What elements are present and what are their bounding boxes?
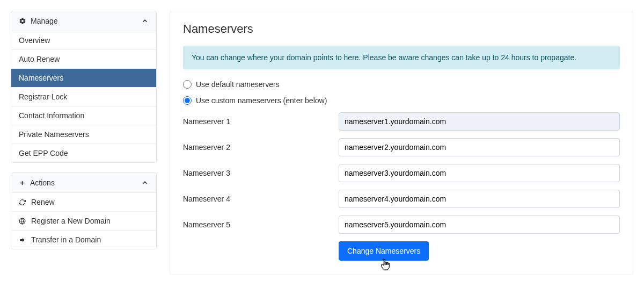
sidebar-item-register-domain[interactable]: Register a New Domain (11, 211, 156, 230)
sidebar-item-auto-renew[interactable]: Auto Renew (11, 49, 156, 68)
sidebar-item-label: Registrar Lock (19, 92, 67, 101)
actions-header[interactable]: Actions (11, 173, 156, 192)
sidebar-item-get-epp-code[interactable]: Get EPP Code (11, 144, 156, 162)
plus-icon (19, 180, 26, 186)
refresh-icon (19, 199, 26, 206)
globe-icon (19, 218, 26, 225)
nameserver-5-input[interactable] (339, 216, 620, 234)
sidebar-item-label: Register a New Domain (31, 217, 111, 225)
nameserver-row-2: Nameserver 2 (183, 138, 620, 156)
nameserver-row-1: Nameserver 1 (183, 112, 620, 131)
sidebar-item-label: Contact Information (19, 111, 84, 120)
radio-custom-nameservers[interactable]: Use custom nameservers (enter below) (183, 96, 620, 105)
actions-panel: Actions Renew Register a New Do (11, 173, 157, 249)
sidebar-item-label: Auto Renew (19, 55, 60, 63)
sidebar-item-transfer-domain[interactable]: Transfer in a Domain (11, 230, 156, 249)
manage-title: Manage (31, 17, 58, 25)
sidebar-item-label: Transfer in a Domain (31, 235, 101, 244)
info-alert: You can change where your domain points … (183, 46, 620, 69)
nameserver-row-4: Nameserver 4 (183, 190, 620, 208)
nameserver-label: Nameserver 1 (183, 117, 339, 126)
sidebar-item-nameservers[interactable]: Nameservers (11, 68, 156, 87)
manage-panel: Manage Overview Auto Renew Nameservers R… (11, 11, 157, 163)
nameserver-row-5: Nameserver 5 (183, 216, 620, 234)
page-title: Nameservers (183, 22, 620, 36)
sidebar-item-label: Private Nameservers (19, 130, 89, 139)
nameserver-label: Nameserver 5 (183, 220, 339, 229)
radio-custom-input[interactable] (183, 96, 192, 105)
actions-title: Actions (30, 178, 55, 187)
nameserver-4-input[interactable] (339, 190, 620, 208)
cursor-pointer-icon (379, 259, 391, 273)
chevron-up-icon (141, 179, 149, 186)
sidebar-item-label: Overview (19, 36, 50, 45)
sidebar-item-renew[interactable]: Renew (11, 192, 156, 211)
nameserver-2-input[interactable] (339, 138, 620, 156)
main-content: Nameservers You can change where your do… (170, 11, 633, 275)
change-nameservers-button[interactable]: Change Nameservers (339, 241, 429, 261)
nameserver-3-input[interactable] (339, 164, 620, 182)
sidebar: Manage Overview Auto Renew Nameservers R… (11, 11, 157, 275)
nameserver-label: Nameserver 2 (183, 143, 339, 152)
radio-label: Use custom nameservers (enter below) (196, 96, 327, 105)
chevron-up-icon (141, 17, 149, 25)
sidebar-item-private-nameservers[interactable]: Private Nameservers (11, 125, 156, 144)
gear-icon (19, 17, 26, 25)
share-icon (19, 236, 26, 243)
sidebar-item-contact-information[interactable]: Contact Information (11, 106, 156, 125)
sidebar-item-label: Renew (31, 198, 55, 206)
nameserver-1-input[interactable] (339, 112, 620, 131)
radio-default-input[interactable] (183, 80, 192, 89)
sidebar-item-label: Nameservers (19, 74, 63, 82)
sidebar-item-registrar-lock[interactable]: Registrar Lock (11, 87, 156, 106)
nameserver-row-3: Nameserver 3 (183, 164, 620, 182)
manage-header[interactable]: Manage (11, 11, 156, 31)
nameserver-label: Nameserver 3 (183, 169, 339, 177)
nameserver-label: Nameserver 4 (183, 195, 339, 203)
sidebar-item-overview[interactable]: Overview (11, 31, 156, 49)
sidebar-item-label: Get EPP Code (19, 149, 68, 157)
radio-label: Use default nameservers (196, 80, 280, 89)
radio-default-nameservers[interactable]: Use default nameservers (183, 80, 620, 89)
